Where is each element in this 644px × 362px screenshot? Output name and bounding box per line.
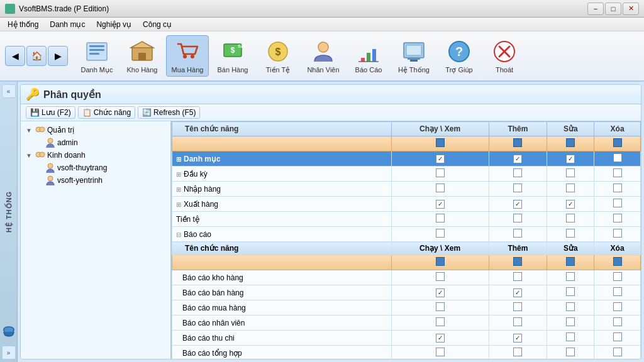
checkbox[interactable]: [436, 348, 445, 356]
table-row[interactable]: Báo cáo thu chi ✓ ✓: [172, 331, 641, 346]
checkbox[interactable]: ✓: [566, 200, 575, 209]
table-row[interactable]: ⊟Báo cáo: [172, 227, 641, 242]
checkbox[interactable]: [566, 302, 575, 311]
checkbox[interactable]: [436, 317, 445, 326]
checkbox[interactable]: [566, 272, 575, 281]
checkbox[interactable]: [436, 138, 445, 147]
checkbox[interactable]: [613, 317, 622, 326]
checkbox[interactable]: ✓: [513, 334, 522, 343]
checkbox[interactable]: [436, 229, 445, 238]
checkbox[interactable]: ✓: [436, 200, 445, 209]
checkbox[interactable]: [613, 168, 622, 177]
side-tab-top-button[interactable]: «: [2, 84, 16, 98]
checkbox[interactable]: [613, 287, 622, 296]
tree-item-thuytrang[interactable]: vsoft-thuytrang: [23, 162, 168, 174]
checkbox[interactable]: [566, 257, 575, 266]
checkbox[interactable]: [613, 199, 622, 207]
toolbar-banhang[interactable]: $ sales Bán Hàng: [211, 36, 254, 76]
toolbar-trogiup[interactable]: ? Trợ Giúp: [438, 36, 480, 77]
refresh-button[interactable]: 🔄 Refresh (F5): [138, 106, 200, 119]
maximize-button[interactable]: □: [605, 3, 621, 15]
checkbox[interactable]: ✓: [436, 288, 445, 297]
toolbar-danhmuc[interactable]: Danh Mục: [75, 36, 118, 77]
checkbox[interactable]: [613, 184, 622, 192]
toolbar-tiente[interactable]: $ Tiền Tệ: [257, 36, 299, 77]
checkbox[interactable]: [613, 214, 622, 222]
window-controls[interactable]: − □ ✕: [587, 3, 639, 15]
menu-congcu[interactable]: Công cụ: [138, 19, 177, 30]
checkbox[interactable]: [436, 272, 445, 281]
table-row[interactable]: ⊞Nhập hàng: [172, 182, 641, 197]
checkbox[interactable]: [613, 257, 622, 266]
table-row[interactable]: Báo cáo tổng hợp: [172, 346, 641, 359]
table-row[interactable]: Báo cáo nhân viên: [172, 315, 641, 331]
tree-item-kinhdoanh[interactable]: ▼ Kinh doanh: [23, 149, 168, 162]
checkbox[interactable]: [566, 168, 575, 177]
checkbox[interactable]: ✓: [513, 288, 522, 297]
table-row[interactable]: Báo cáo kho hàng: [172, 270, 641, 285]
checkbox[interactable]: [566, 317, 575, 326]
back-button[interactable]: ◀: [5, 46, 25, 66]
checkbox[interactable]: [436, 184, 445, 192]
checkbox[interactable]: [436, 302, 445, 311]
checkbox[interactable]: [613, 272, 622, 281]
checkbox[interactable]: [513, 168, 522, 177]
checkbox[interactable]: [513, 272, 522, 281]
chucnang-button[interactable]: 📋 Chức năng: [78, 106, 135, 119]
menu-nghiepvu[interactable]: Nghiệp vụ: [91, 19, 136, 30]
forward-button[interactable]: ▶: [48, 46, 68, 66]
checkbox[interactable]: [436, 257, 445, 266]
toolbar-hethong[interactable]: Hệ Thống: [392, 36, 435, 77]
toolbar-thoat[interactable]: Thoát: [483, 36, 526, 76]
checkbox[interactable]: [513, 138, 522, 147]
checkbox[interactable]: [566, 184, 575, 192]
perm-pane[interactable]: Tên chức năng Chạy \ Xem Thêm Sửa Xóa: [172, 121, 641, 359]
checkbox[interactable]: [566, 348, 575, 356]
tree-item-quantri[interactable]: ▼ Quản trị: [23, 124, 168, 136]
tree-item-yentrinh[interactable]: vsoft-yentrinh: [23, 174, 168, 187]
toolbar-baocao[interactable]: Báo Cáo: [347, 36, 390, 76]
checkbox[interactable]: [513, 348, 522, 356]
checkbox[interactable]: [566, 332, 575, 341]
table-row[interactable]: ⊞Xuất hàng ✓ ✓ ✓: [172, 197, 641, 212]
toolbar-nhanvien[interactable]: Nhân Viên: [302, 36, 345, 76]
menu-hethong[interactable]: Hệ thống: [3, 19, 43, 30]
table-row[interactable]: Tiền tệ: [172, 212, 641, 227]
checkbox[interactable]: ✓: [513, 200, 522, 209]
table-row[interactable]: ⊞Danh mục ✓ ✓ ✓: [172, 151, 641, 167]
checkbox[interactable]: ✓: [436, 155, 445, 163]
checkbox[interactable]: [613, 348, 622, 356]
checkbox[interactable]: [566, 229, 575, 238]
table-row[interactable]: Báo cáo mua hàng: [172, 300, 641, 315]
checkbox[interactable]: [613, 138, 622, 147]
checkbox[interactable]: [513, 302, 522, 311]
checkbox[interactable]: [513, 214, 522, 222]
checkbox[interactable]: [436, 168, 445, 177]
checkbox[interactable]: [513, 257, 522, 266]
checkbox[interactable]: ✓: [566, 155, 575, 163]
minimize-button[interactable]: −: [587, 3, 604, 15]
checkbox[interactable]: [566, 214, 575, 222]
home-button[interactable]: 🏠: [26, 46, 47, 66]
checkbox[interactable]: [566, 287, 575, 296]
checkbox[interactable]: [613, 332, 622, 341]
table-row[interactable]: Báo cáo bán hàng ✓ ✓: [172, 285, 641, 300]
close-button[interactable]: ✕: [623, 3, 639, 15]
toolbar-khohang[interactable]: Kho Hàng: [121, 36, 164, 76]
checkbox[interactable]: ✓: [436, 334, 445, 343]
save-button[interactable]: 💾 Lưu (F2): [26, 106, 75, 119]
checkbox[interactable]: [613, 229, 622, 238]
checkbox[interactable]: [513, 317, 522, 326]
side-tab-bottom-button[interactable]: »: [2, 346, 16, 359]
checkbox[interactable]: [436, 214, 445, 222]
checkbox[interactable]: ✓: [513, 155, 522, 163]
toolbar-muahang[interactable]: Mua Hàng: [166, 35, 209, 77]
checkbox[interactable]: [513, 229, 522, 238]
tree-item-admin[interactable]: admin: [23, 136, 168, 149]
checkbox[interactable]: [613, 153, 622, 162]
checkbox[interactable]: [613, 302, 622, 311]
checkbox[interactable]: [513, 184, 522, 192]
checkbox[interactable]: [566, 138, 575, 147]
table-row[interactable]: ⊞Đầu kỳ: [172, 167, 641, 182]
menu-danhmuc[interactable]: Danh mục: [45, 19, 90, 30]
